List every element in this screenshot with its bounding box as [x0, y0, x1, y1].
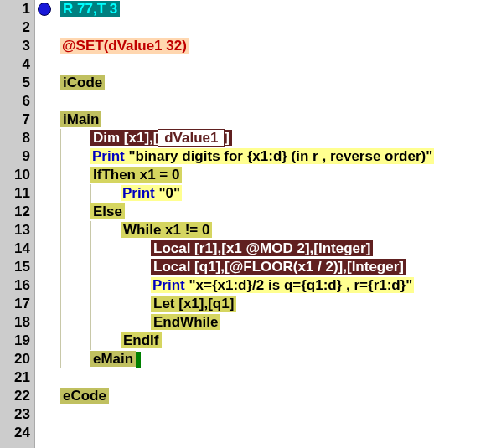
line-num[interactable]: 15 [0, 258, 34, 276]
code-line[interactable]: Print "x={x1:d}/2 is q={q1:d} , r={r1:d}… [54, 276, 496, 295]
line-num[interactable]: 5 [0, 74, 34, 92]
line-num[interactable]: 8 [0, 129, 34, 147]
line-num[interactable]: 3 [0, 37, 34, 55]
else-stmt: Else [90, 203, 125, 219]
code-line[interactable]: R 77,T 3 [54, 0, 496, 18]
code-line[interactable]: IfThen x1 = 0 [54, 166, 496, 184]
line-num[interactable]: 17 [0, 295, 34, 313]
code-line[interactable]: @SET(dValue1 32) [54, 37, 496, 55]
line-num[interactable]: 13 [0, 221, 34, 239]
set-directive: @SET(dValue1 32) [60, 38, 189, 54]
print-stmt: Print "0" [121, 185, 182, 201]
line-num[interactable]: 4 [0, 55, 34, 74]
local-stmt: Local [q1],[@FLOOR(x1 / 2)],[Integer] [151, 259, 406, 275]
line-num[interactable]: 19 [0, 332, 34, 350]
code-line[interactable] [54, 18, 496, 37]
code-line[interactable]: Local [r1],[x1 @MOD 2],[Integer] [54, 239, 496, 258]
local-stmt: Local [r1],[x1 @MOD 2],[Integer] [151, 240, 373, 256]
let-stmt: Let [x1],[q1] [151, 296, 236, 312]
line-num[interactable]: 16 [0, 276, 34, 295]
code-editor: 1 2 3 4 5 6 7 8 9 10 11 12 13 14 15 16 1… [0, 0, 496, 448]
print-stmt: Print "binary digits for {x1:d} (in r , … [90, 148, 434, 164]
line-num[interactable]: 24 [0, 424, 34, 442]
emain-kw: eMain [90, 351, 136, 367]
code-line[interactable]: EndIf [54, 332, 496, 350]
breakpoint-icon[interactable] [38, 3, 51, 16]
line-num[interactable]: 6 [0, 92, 34, 111]
code-line[interactable]: Else [54, 203, 496, 221]
ecode-kw: eCode [60, 388, 109, 404]
icode-kw: iCode [60, 75, 105, 90]
code-line[interactable]: Dim [x1],[ dValue1 ] [54, 129, 496, 147]
print-stmt: Print "x={x1:d}/2 is q={q1:d} , r={r1:d}… [151, 277, 414, 293]
code-line[interactable]: eCode [54, 387, 496, 405]
line-num[interactable]: 1 [0, 0, 34, 18]
line-num[interactable]: 23 [0, 405, 34, 424]
code-line[interactable]: iMain [54, 111, 496, 129]
code-line[interactable] [54, 368, 496, 387]
code-line[interactable]: eMain [54, 350, 496, 368]
code-line[interactable]: EndWhile [54, 313, 496, 332]
while-stmt: While x1 != 0 [121, 222, 212, 238]
line-num[interactable]: 11 [0, 184, 34, 203]
endif-stmt: EndIf [121, 332, 162, 348]
line-num[interactable]: 7 [0, 111, 34, 129]
line-num[interactable]: 21 [0, 368, 34, 387]
imain-kw: iMain [60, 111, 101, 127]
dim-stmt: Dim [x1],[ dValue1 ] [90, 130, 232, 146]
code-line[interactable] [54, 424, 496, 442]
code-area[interactable]: R 77,T 3 @SET(dValue1 32) iCode iMain Di… [54, 0, 496, 448]
line-num[interactable]: 9 [0, 147, 34, 166]
line-num[interactable]: 12 [0, 203, 34, 221]
code-line[interactable] [54, 405, 496, 424]
code-line[interactable]: Print "binary digits for {x1:d} (in r , … [54, 147, 496, 166]
breakpoint-gutter[interactable] [35, 0, 54, 448]
ifthen-stmt: IfThen x1 = 0 [90, 167, 182, 183]
line-num[interactable]: 18 [0, 313, 34, 332]
code-line[interactable]: Local [q1],[@FLOOR(x1 / 2)],[Integer] [54, 258, 496, 276]
line-gutter: 1 2 3 4 5 6 7 8 9 10 11 12 13 14 15 16 1… [0, 0, 35, 448]
line-num[interactable]: 14 [0, 239, 34, 258]
code-line[interactable]: While x1 != 0 [54, 221, 496, 239]
code-line[interactable]: iCode [54, 74, 496, 92]
code-line[interactable] [54, 92, 496, 111]
line-num[interactable]: 20 [0, 350, 34, 368]
cursor-icon [136, 352, 141, 368]
code-line[interactable]: Let [x1],[q1] [54, 295, 496, 313]
code-line[interactable] [54, 55, 496, 74]
status-token: R 77,T 3 [60, 1, 120, 17]
code-line[interactable]: Print "0" [54, 184, 496, 203]
line-num[interactable]: 10 [0, 166, 34, 184]
line-num[interactable]: 22 [0, 387, 34, 405]
line-num[interactable]: 2 [0, 18, 34, 37]
endwhile-stmt: EndWhile [151, 314, 220, 330]
